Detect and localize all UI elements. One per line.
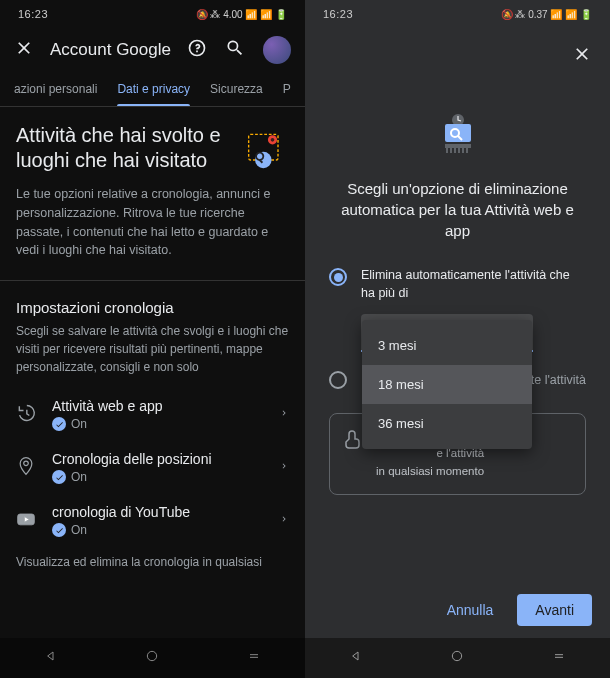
dropdown-option-3[interactable]: 3 mesi bbox=[362, 326, 532, 365]
status-time: 16:23 bbox=[18, 8, 48, 20]
modal-title: Scegli un'opzione di eliminazione automa… bbox=[329, 178, 586, 263]
history-icon bbox=[16, 403, 36, 427]
tab-security[interactable]: Sicurezza bbox=[200, 72, 273, 106]
tab-personal[interactable]: azioni personali bbox=[4, 72, 107, 106]
row-status: On bbox=[52, 417, 263, 431]
radio-button-unchecked-icon[interactable] bbox=[329, 371, 347, 389]
system-navbar bbox=[0, 638, 305, 678]
chevron-right-icon bbox=[279, 406, 289, 424]
row-title: Attività web e app bbox=[52, 398, 263, 414]
app-title: Account Google bbox=[50, 40, 171, 60]
nav-home-icon[interactable] bbox=[449, 648, 465, 668]
svg-rect-9 bbox=[445, 144, 471, 148]
row-location-history[interactable]: Cronologia delle posizioni On bbox=[0, 441, 305, 494]
svg-point-10 bbox=[453, 651, 462, 660]
youtube-icon bbox=[16, 509, 36, 533]
touch-icon bbox=[340, 428, 364, 452]
status-indicators: 🔕 ⁂ 0.37 📶 📶 🔋 bbox=[501, 9, 592, 20]
action-bar: Annulla Avanti bbox=[433, 594, 592, 626]
radio-auto-delete[interactable]: Elimina automaticamente l'attività che h… bbox=[329, 263, 586, 314]
status-indicators: 🔕 ⁂ 4.00 📶 📶 🔋 bbox=[196, 9, 287, 20]
avatar[interactable] bbox=[263, 36, 291, 64]
row-youtube-history[interactable]: cronologia di YouTube On bbox=[0, 494, 305, 547]
row-web-app-activity[interactable]: Attività web e app On bbox=[0, 388, 305, 441]
close-icon[interactable] bbox=[572, 44, 592, 68]
chevron-right-icon bbox=[279, 459, 289, 477]
cancel-button[interactable]: Annulla bbox=[433, 594, 508, 626]
history-section-title: Impostazioni cronologia bbox=[0, 281, 305, 322]
hero-section: Attività che hai svolto e luoghi che hai… bbox=[0, 107, 305, 181]
nav-recent-icon[interactable] bbox=[551, 648, 567, 668]
tab-bar: azioni personali Dati e privacy Sicurezz… bbox=[0, 72, 305, 107]
tab-more[interactable]: P bbox=[273, 72, 301, 106]
hero-title: Attività che hai svolto e luoghi che hai… bbox=[16, 123, 235, 173]
next-button[interactable]: Avanti bbox=[517, 594, 592, 626]
radio-label-fragment: nte l'attività bbox=[524, 373, 586, 387]
svg-point-2 bbox=[271, 138, 275, 142]
footer-link[interactable]: Visualizza ed elimina la cronologia in q… bbox=[0, 547, 305, 577]
location-icon bbox=[16, 456, 36, 480]
history-section-sub: Scegli se salvare le attività che svolgi… bbox=[0, 322, 305, 388]
search-icon[interactable] bbox=[225, 38, 245, 62]
check-icon bbox=[52, 523, 66, 537]
nav-home-icon[interactable] bbox=[144, 648, 160, 668]
settings-screen: 16:23 🔕 ⁂ 4.00 📶 📶 🔋 Account Google azio… bbox=[0, 0, 305, 678]
dropdown-option-18[interactable]: 18 mesi bbox=[362, 365, 532, 404]
row-status: On bbox=[52, 470, 263, 484]
help-icon[interactable] bbox=[187, 38, 207, 62]
row-status: On bbox=[52, 523, 263, 537]
nav-back-icon[interactable] bbox=[348, 648, 364, 668]
radio-button-checked-icon[interactable] bbox=[329, 268, 347, 286]
dropdown-option-36[interactable]: 36 mesi bbox=[362, 404, 532, 443]
svg-point-5 bbox=[148, 651, 157, 660]
row-title: cronologia di YouTube bbox=[52, 504, 263, 520]
status-time: 16:23 bbox=[323, 8, 353, 20]
hero-subtext: Le tue opzioni relative a cronologia, an… bbox=[0, 181, 305, 280]
nav-recent-icon[interactable] bbox=[246, 648, 262, 668]
check-icon bbox=[52, 470, 66, 484]
app-bar: Account Google bbox=[0, 28, 305, 72]
auto-delete-dialog-screen: 16:23 🔕 ⁂ 0.37 📶 📶 🔋 Scegli un'opzione d… bbox=[305, 0, 610, 678]
status-bar: 16:23 🔕 ⁂ 0.37 📶 📶 🔋 bbox=[305, 0, 610, 28]
activity-places-icon bbox=[245, 127, 289, 171]
auto-delete-illustration-icon bbox=[329, 112, 586, 162]
row-title: Cronologia delle posizioni bbox=[52, 451, 263, 467]
nav-back-icon[interactable] bbox=[43, 648, 59, 668]
chevron-right-icon bbox=[279, 512, 289, 530]
status-bar: 16:23 🔕 ⁂ 4.00 📶 📶 🔋 bbox=[0, 0, 305, 28]
duration-dropdown: 3 mesi 18 mesi 36 mesi bbox=[362, 320, 532, 449]
tab-data-privacy[interactable]: Dati e privacy bbox=[107, 72, 200, 106]
radio-label: Elimina automaticamente l'attività che h… bbox=[361, 267, 586, 302]
close-icon[interactable] bbox=[14, 38, 34, 62]
check-icon bbox=[52, 417, 66, 431]
system-navbar bbox=[305, 638, 610, 678]
